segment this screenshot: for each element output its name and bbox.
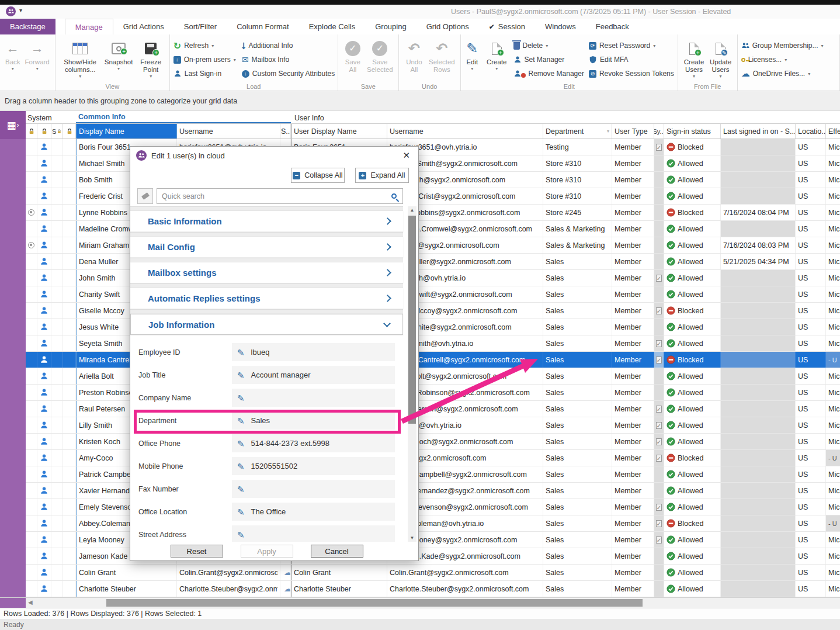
app-logo-icon[interactable] (6, 6, 16, 16)
scroll-down-icon[interactable]: ▼ (408, 535, 416, 541)
field-value-input[interactable]: ✎15205551502 (232, 457, 395, 475)
horizontal-scrollbar[interactable]: ◀ (0, 597, 840, 608)
save-all-button[interactable]: ✓Save All (342, 37, 364, 82)
snapshot-button[interactable]: +Snapshot▾ (103, 37, 135, 82)
tab-sort-filter[interactable]: Sort/Filter (174, 19, 227, 34)
onprem-users-button[interactable]: ↓On-prem users▾ (173, 53, 236, 67)
revoke-session-tokens-button[interactable]: ⊘Revoke Session Tokens (589, 67, 674, 81)
tab-session[interactable]: ✔Session (479, 19, 535, 34)
create-button[interactable]: +Create▾ (485, 37, 509, 82)
field-value-input[interactable]: ✎The Office (232, 503, 395, 521)
header-user-display-name[interactable]: User Display Name (291, 124, 387, 139)
apply-button[interactable]: Apply (241, 545, 293, 558)
scrollbar-thumb[interactable] (106, 599, 643, 607)
header-last-signed-in[interactable]: Last signed in on - S... (721, 124, 796, 139)
section-job-information[interactable]: Job Information (130, 314, 403, 335)
header-username2[interactable]: Username (387, 124, 543, 139)
checkbox-icon[interactable]: ✓ (656, 406, 662, 413)
expand-all-button[interactable]: +Expand All (355, 168, 409, 183)
section-mailbox-settings[interactable]: Mailbox settings (130, 262, 403, 283)
header-sync-enabled[interactable]: Sy... (654, 124, 664, 139)
show-hide-columns-button[interactable]: Show/Hide columns...▾ (59, 37, 102, 82)
table-row[interactable]: Colin Grant Colin.Grant@sygx2.onmicrosof… (26, 565, 840, 581)
clear-search-button[interactable] (137, 188, 153, 204)
header-username[interactable]: Username (177, 124, 280, 139)
field-value-input[interactable]: ✎Sales (232, 411, 395, 430)
collapse-all-button[interactable]: −Collapse All (291, 168, 345, 183)
header-sync[interactable]: S... (280, 124, 291, 139)
edit-button[interactable]: ✎Edit▾ (464, 37, 480, 82)
field-value-input[interactable]: ✎Account manager (232, 366, 395, 384)
section-automatic-replies-settings[interactable]: Automatic Replies settings (130, 288, 403, 309)
set-manager-button[interactable]: Set Manager (513, 53, 584, 67)
checkbox-icon[interactable]: ✓ (656, 340, 662, 347)
field-value-input[interactable]: ✎lbueq (232, 343, 395, 361)
header-lock-1[interactable] (26, 124, 37, 139)
header-signin-status[interactable]: Sign-in status (664, 124, 721, 139)
field-value-input[interactable]: ✎ (232, 525, 395, 542)
checkbox-icon[interactable]: ✓ (656, 275, 662, 282)
band-user-info[interactable]: User Info (291, 114, 840, 123)
tab-column-format[interactable]: Column Format (227, 19, 299, 34)
header-department[interactable]: Department▾ (543, 124, 612, 139)
header-effective[interactable]: Effe... (826, 124, 840, 139)
close-icon[interactable]: ✕ (400, 150, 412, 161)
back-button[interactable]: ←Back▾ (4, 37, 22, 82)
header-user-type[interactable]: User Type (612, 124, 654, 139)
custom-security-attributes-button[interactable]: ↓Custom Security Attributes (242, 67, 335, 81)
edit-mfa-button[interactable]: Edit MFA (589, 53, 674, 67)
header-display-name[interactable]: Display Name (76, 124, 177, 139)
checkbox-icon[interactable]: ✓ (656, 438, 662, 445)
group-membership-button[interactable]: Group Membership...▾ (741, 39, 824, 53)
update-users-button[interactable]: ✎Update Users▾ (707, 37, 733, 82)
undo-selected-rows-button[interactable]: ↶Selected Rows (427, 37, 457, 82)
cancel-button[interactable]: Cancel (311, 545, 363, 558)
grid-corner-button[interactable]: ▦› (0, 111, 26, 139)
tab-grouping[interactable]: Grouping (365, 19, 416, 34)
checkbox-icon[interactable]: ✓ (656, 504, 662, 511)
checkbox-icon[interactable]: ✓ (656, 520, 662, 527)
mailbox-info-button[interactable]: ✉Mailbox Info (242, 53, 335, 67)
save-selected-button[interactable]: ✓Save Selected (365, 37, 395, 82)
freeze-point-button[interactable]: +Freeze Point▾ (136, 37, 166, 82)
band-system[interactable]: System (26, 114, 76, 123)
tab-explode-cells[interactable]: Explode Cells (299, 19, 366, 34)
additional-info-button[interactable]: ⭣Additional Info (242, 39, 335, 53)
tab-manage[interactable]: Manage (65, 19, 113, 34)
dialog-scrollbar-thumb[interactable] (408, 216, 416, 424)
refresh-button[interactable]: ↻Refresh▾ (173, 39, 236, 53)
dialog-scrollbar[interactable]: ▲ ▼ (408, 206, 416, 542)
tab-grid-actions[interactable]: Grid Actions (113, 19, 174, 34)
reset-button[interactable]: Reset (171, 545, 223, 558)
search-icon[interactable] (391, 193, 397, 199)
scroll-left-icon[interactable]: ◀ (28, 599, 33, 605)
header-location[interactable]: Locatio... (796, 124, 826, 139)
header-lock-3[interactable]: S (51, 124, 63, 139)
tab-feedback[interactable]: Feedback (586, 19, 639, 34)
header-lock-2[interactable] (37, 124, 51, 139)
quick-search-input[interactable]: Quick search (157, 188, 403, 204)
band-common-info[interactable]: Common Info (76, 113, 291, 123)
table-row[interactable]: Charlotte Steuber Charlotte.Steuber@sygx… (26, 581, 840, 597)
header-lock-4[interactable] (63, 124, 76, 139)
section-mail-config[interactable]: Mail Config (130, 237, 403, 258)
grouping-zone[interactable]: Drag a column header to this grouping zo… (0, 91, 840, 111)
remove-manager-button[interactable]: Remove Manager (513, 67, 584, 81)
field-value-input[interactable]: ✎ (232, 389, 395, 407)
checkbox-icon[interactable]: ✓ (656, 144, 662, 151)
tab-grid-options[interactable]: Grid Options (416, 19, 479, 34)
forward-button[interactable]: →Forward▾ (23, 37, 51, 82)
scroll-up-icon[interactable]: ▲ (408, 207, 416, 213)
field-value-input[interactable]: ✎514-844-2373 ext.5998 (232, 434, 395, 452)
section-basic-information[interactable]: Basic Information (130, 211, 403, 232)
create-users-button[interactable]: +Create Users▾ (682, 37, 707, 82)
tab-windows[interactable]: Windows (535, 19, 586, 34)
licenses-button[interactable]: Licenses...▾ (741, 53, 824, 67)
tab-backstage[interactable]: Backstage (0, 19, 55, 34)
checkbox-icon[interactable]: ✓ (656, 455, 662, 462)
field-value-input[interactable]: ✎ (232, 480, 395, 498)
undo-all-button[interactable]: ↶Undo All (402, 37, 426, 82)
checkbox-icon[interactable]: ✓ (656, 536, 662, 544)
delete-button[interactable]: Delete▾ (513, 39, 584, 53)
reset-password-button[interactable]: ⟳Reset Password▾ (589, 39, 674, 53)
